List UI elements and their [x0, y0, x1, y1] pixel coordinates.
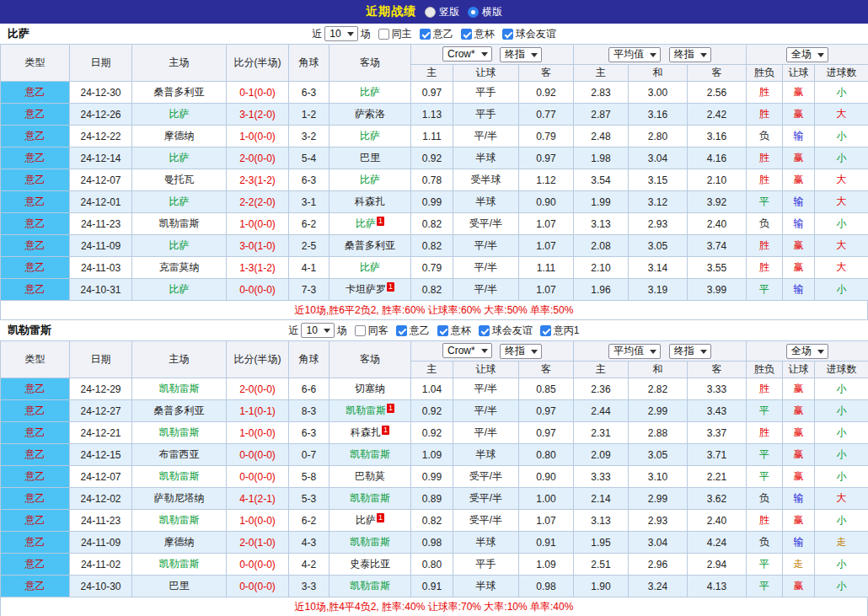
match-row: 意乙24-12-21凯勒雷斯1-0(0-0)6-3科森扎10.92平/半0.97… — [1, 422, 868, 444]
goals-result-cell: 小 — [815, 82, 868, 104]
corner-cell: 6-6 — [289, 378, 330, 400]
fulltime-select-value: 全场 — [791, 344, 812, 358]
focal-team-cell: 比萨 — [330, 257, 411, 279]
handicap-result-cell: 赢 — [783, 378, 815, 400]
league-cell: 意乙 — [1, 213, 70, 235]
goals-result-cell: 大 — [815, 257, 868, 279]
avg-away-cell: 4.16 — [688, 147, 747, 169]
filter-checkbox-意杯[interactable] — [461, 29, 472, 40]
sub-avg-away: 客 — [688, 362, 747, 378]
result-cell: 胜 — [747, 257, 783, 279]
col-corner: 角球 — [289, 341, 330, 378]
col-home: 主场 — [132, 341, 227, 378]
team-cell: 布雷西亚 — [132, 444, 227, 466]
handicap-result-cell: 赢 — [783, 147, 815, 169]
team-name: 凯勒雷斯 — [159, 558, 200, 570]
team-name: 比萨 — [360, 86, 380, 98]
col-away: 客场 — [330, 45, 411, 82]
filter-checkbox-球会友谊[interactable] — [502, 29, 513, 40]
corner-cell: 0-7 — [289, 444, 330, 466]
summary-line: 近10场,胜6平2负2, 胜率:60% 让球率:60% 大率:50% 单率:50… — [0, 301, 868, 320]
score-cell: 2-2(2-0) — [227, 191, 289, 213]
vertical-radio[interactable] — [425, 7, 436, 18]
avg-home-cell: 3.13 — [574, 510, 629, 532]
score-cell: 1-0(0-0) — [227, 213, 289, 235]
average-select[interactable]: 平均值 — [608, 344, 661, 359]
avg-draw-cell: 3.14 — [629, 257, 688, 279]
fulltime-select[interactable]: 全场 — [786, 344, 828, 359]
team-cell: 巴勒莫 — [330, 466, 411, 488]
home-odds-cell: 0.89 — [411, 488, 453, 510]
recent-count-select[interactable]: 10 — [301, 323, 334, 338]
avg-home-cell: 1.99 — [574, 191, 629, 213]
avg-home-cell: 2.36 — [574, 378, 629, 400]
team-section-cagliari: 凯勒雷斯 近10场同客意乙意杯球会友谊意丙1 类型 日期 主场 比分(半场) 角… — [0, 320, 868, 616]
match-row: 意乙24-11-09比萨3-0(1-0)2-5桑普多利亚0.82平/半1.072… — [1, 235, 868, 257]
closing-odds-select-2-value: 终指 — [674, 344, 694, 358]
horizontal-radio[interactable] — [468, 7, 479, 18]
team-name: 克雷莫纳 — [159, 261, 200, 273]
focal-team-cell: 比萨 — [132, 147, 227, 169]
match-row: 意乙24-12-29凯勒雷斯2-0(0-0)6-6切塞纳1.04平/半0.852… — [1, 378, 868, 400]
closing-odds-select-2[interactable]: 终指 — [669, 47, 711, 62]
avg-home-cell: 2.09 — [574, 444, 629, 466]
sub-away-odds: 客 — [519, 65, 574, 82]
col-type: 类型 — [1, 45, 70, 82]
fulltime-select[interactable]: 全场 — [786, 47, 828, 62]
team-cell: 桑普多利亚 — [132, 82, 227, 104]
filters: 近10场同客意乙意杯球会友谊意丙1 — [288, 323, 579, 338]
bookmaker-select-value: Crow* — [447, 48, 475, 60]
handicap-result-cell: 赢 — [783, 576, 815, 597]
focal-team-cell: 比萨 — [330, 169, 411, 191]
closing-odds-select-2[interactable]: 终指 — [669, 344, 711, 359]
goals-result-cell: 小 — [815, 576, 868, 597]
team-cell: 科森扎 — [330, 191, 411, 213]
away-odds-cell: 0.97 — [519, 422, 574, 444]
filter-checkbox-意乙[interactable] — [396, 325, 407, 336]
col-score: 比分(半场) — [227, 341, 289, 378]
home-odds-cell: 0.92 — [411, 422, 453, 444]
recent-count-select[interactable]: 10 — [324, 26, 357, 41]
avg-home-cell: 1.98 — [574, 147, 629, 169]
home-odds-cell: 0.78 — [411, 169, 453, 191]
sub-avg-draw: 和 — [629, 65, 688, 82]
avg-home-cell: 3.33 — [574, 466, 629, 488]
avg-home-cell: 2.10 — [574, 257, 629, 279]
filter-checkbox-意乙[interactable] — [420, 29, 431, 40]
filter-checkbox-意杯[interactable] — [437, 325, 448, 336]
league-cell: 意乙 — [1, 532, 70, 554]
bookmaker-select[interactable]: Crow* — [442, 343, 492, 358]
avg-home-cell: 2.44 — [574, 400, 629, 422]
average-select[interactable]: 平均值 — [608, 47, 661, 62]
away-odds-cell: 0.77 — [519, 104, 574, 126]
avg-draw-cell: 3.10 — [629, 466, 688, 488]
match-row: 意乙24-11-23凯勒雷斯1-0(0-0)6-2比萨10.82受平/半1.07… — [1, 213, 868, 235]
closing-odds-select[interactable]: 终指 — [500, 47, 542, 62]
home-odds-cell: 0.79 — [411, 257, 453, 279]
col-home: 主场 — [132, 45, 227, 82]
asian-odds-group: Crow* 终指 — [411, 45, 574, 65]
avg-draw-cell: 2.88 — [629, 422, 688, 444]
team-name: 比萨 — [169, 196, 190, 207]
col-date: 日期 — [70, 45, 132, 82]
fulltime-select-value: 全场 — [791, 47, 812, 62]
corner-cell: 6-3 — [289, 82, 330, 104]
handicap-result-cell: 输 — [783, 532, 815, 554]
away-odds-cell: 1.07 — [519, 510, 574, 532]
home-odds-cell: 0.98 — [411, 532, 453, 554]
filter-checkbox-意丙1[interactable] — [540, 325, 551, 336]
result-cell: 胜 — [747, 82, 783, 104]
avg-away-cell: 2.94 — [688, 554, 747, 576]
red-card-badge: 1 — [387, 404, 394, 413]
filter-checkbox-同主[interactable] — [378, 29, 389, 40]
closing-odds-select[interactable]: 终指 — [500, 344, 542, 359]
filter-checkbox-球会友谊[interactable] — [479, 325, 490, 336]
recent-matches-table: 类型 日期 主场 比分(半场) 角球 客场 Crow* 终指 平均值 终指 全场 — [0, 340, 868, 597]
away-odds-cell: 1.09 — [519, 554, 574, 576]
team-name: 科森扎 — [351, 426, 381, 438]
focal-team-cell: 凯勒雷斯 — [330, 444, 411, 466]
filter-checkbox-同客[interactable] — [355, 325, 366, 336]
bookmaker-select[interactable]: Crow* — [442, 46, 492, 62]
corner-cell: 3-1 — [289, 191, 330, 213]
handicap-result-cell: 赢 — [783, 104, 815, 126]
